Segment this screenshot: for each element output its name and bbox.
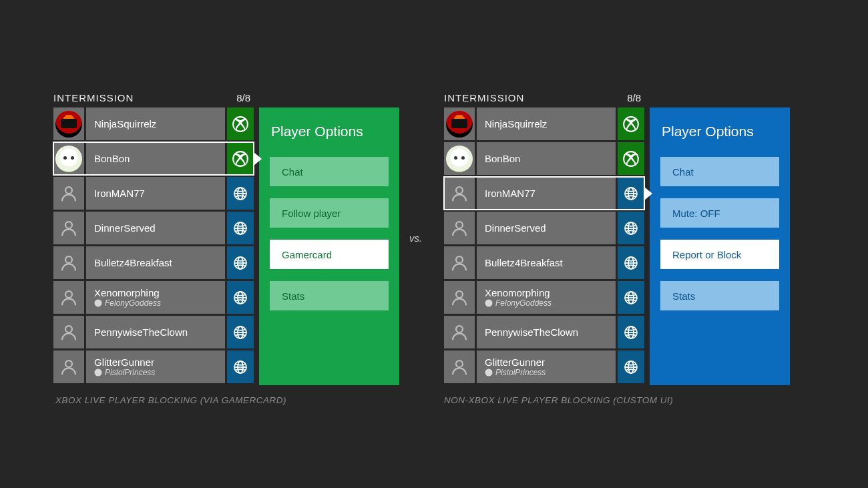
player-name: NinjaSquirrelz bbox=[94, 118, 217, 130]
xbox-mini-icon bbox=[485, 369, 493, 377]
player-name-cell: GlitterGunnerPistolPrincess bbox=[86, 350, 225, 383]
svg-point-52 bbox=[485, 369, 493, 377]
player-name: Xenomorphing bbox=[94, 287, 217, 298]
player-options-panel: Player Options ChatMute: OFFReport or Bl… bbox=[650, 107, 790, 385]
player-avatar bbox=[444, 316, 475, 348]
vs-label: vs. bbox=[409, 232, 422, 244]
player-subname: FelonyGoddess bbox=[485, 298, 608, 308]
player-avatar bbox=[53, 350, 84, 383]
player-name-cell: Bulletz4Breakfast bbox=[477, 246, 616, 279]
player-row[interactable]: GlitterGunnerPistolPrincess bbox=[444, 350, 644, 383]
xbox-network-icon bbox=[227, 142, 254, 175]
player-name-cell: NinjaSquirrelz bbox=[477, 107, 616, 140]
player-name: PennywiseTheClown bbox=[94, 326, 217, 338]
player-avatar bbox=[53, 177, 84, 210]
globe-network-icon bbox=[227, 177, 254, 210]
option-button[interactable]: Chat bbox=[270, 157, 389, 186]
player-subname: PistolPrincess bbox=[94, 368, 217, 377]
globe-network-icon bbox=[618, 177, 644, 210]
svg-point-6 bbox=[65, 222, 72, 228]
player-name: IronMAN77 bbox=[485, 188, 608, 199]
player-name: BonBon bbox=[485, 153, 608, 164]
globe-network-icon bbox=[227, 281, 254, 314]
svg-point-38 bbox=[456, 256, 463, 263]
option-button[interactable]: Report or Block bbox=[660, 240, 779, 269]
player-avatar bbox=[53, 246, 84, 279]
globe-network-icon bbox=[618, 350, 644, 383]
xbox-network-icon bbox=[227, 107, 254, 140]
option-button[interactable]: Stats bbox=[660, 281, 779, 310]
options-title: Player Options bbox=[271, 124, 387, 140]
player-name: BonBon bbox=[94, 153, 217, 164]
player-name-cell: BonBon bbox=[477, 142, 616, 175]
player-avatar bbox=[444, 246, 475, 279]
svg-point-34 bbox=[456, 222, 463, 228]
player-name: Xenomorphing bbox=[485, 287, 608, 298]
player-count: 8/8 bbox=[236, 92, 250, 103]
svg-point-30 bbox=[456, 187, 463, 194]
player-avatar bbox=[444, 350, 475, 383]
player-row[interactable]: NinjaSquirrelz bbox=[444, 107, 644, 140]
player-name: Bulletz4Breakfast bbox=[94, 257, 217, 268]
player-avatar bbox=[444, 177, 475, 210]
player-name: GlitterGunner bbox=[485, 356, 608, 368]
player-avatar bbox=[53, 212, 84, 244]
player-avatar bbox=[444, 281, 475, 314]
player-subname: PistolPrincess bbox=[485, 368, 608, 377]
player-row[interactable]: IronMAN77 bbox=[53, 177, 254, 210]
player-avatar bbox=[444, 107, 475, 140]
caption-left: XBOX LIVE PLAYER BLOCKING (VIA GAMERCARD… bbox=[55, 395, 286, 405]
svg-point-24 bbox=[95, 369, 102, 377]
player-row[interactable]: Bulletz4Breakfast bbox=[53, 246, 254, 279]
player-name-cell: PennywiseTheClown bbox=[86, 316, 225, 348]
svg-point-10 bbox=[65, 256, 72, 263]
player-list: NinjaSquirrelzBonBonIronMAN77DinnerServe… bbox=[444, 107, 644, 385]
xbox-network-icon bbox=[618, 107, 644, 140]
xbox-mini-icon bbox=[94, 369, 102, 377]
panel-custom-ui: INTERMISSION 8/8 NinjaSquirrelzBonBonIro… bbox=[444, 92, 791, 385]
svg-point-23 bbox=[65, 360, 72, 367]
player-row[interactable]: PennywiseTheClown bbox=[53, 316, 254, 348]
globe-network-icon bbox=[227, 350, 254, 383]
player-options-panel: Player Options ChatFollow playerGamercar… bbox=[259, 107, 399, 385]
svg-point-2 bbox=[65, 187, 72, 194]
player-name: PennywiseTheClown bbox=[485, 326, 608, 338]
option-button[interactable]: Follow player bbox=[270, 198, 389, 228]
player-row[interactable]: Bulletz4Breakfast bbox=[444, 246, 644, 279]
player-row[interactable]: GlitterGunnerPistolPrincess bbox=[53, 350, 254, 383]
player-name-cell: PennywiseTheClown bbox=[477, 316, 616, 348]
player-name-cell: DinnerServed bbox=[86, 212, 225, 244]
player-row[interactable]: NinjaSquirrelz bbox=[53, 107, 254, 140]
svg-point-43 bbox=[485, 300, 493, 307]
player-subname: FelonyGoddess bbox=[94, 298, 217, 308]
xbox-mini-icon bbox=[485, 299, 493, 307]
option-button[interactable]: Mute: OFF bbox=[660, 198, 779, 228]
player-avatar bbox=[53, 107, 84, 140]
player-list: NinjaSquirrelzBonBonIronMAN77DinnerServe… bbox=[53, 107, 254, 385]
panel-xbox-live: INTERMISSION 8/8 NinjaSquirrelzBonBonIro… bbox=[53, 92, 401, 385]
xbox-network-icon bbox=[618, 142, 644, 175]
player-name-cell: IronMAN77 bbox=[86, 177, 225, 210]
player-row[interactable]: BonBon bbox=[53, 142, 254, 175]
player-name: GlitterGunner bbox=[94, 356, 217, 368]
globe-network-icon bbox=[618, 246, 644, 279]
player-row[interactable]: XenomorphingFelonyGoddess bbox=[53, 281, 254, 314]
player-row[interactable]: IronMAN77 bbox=[444, 177, 644, 210]
option-button[interactable]: Gamercard bbox=[270, 240, 389, 269]
player-name: NinjaSquirrelz bbox=[485, 118, 608, 130]
caption-right: NON-XBOX LIVE PLAYER BLOCKING (CUSTOM UI… bbox=[444, 395, 673, 405]
player-avatar bbox=[444, 142, 475, 175]
player-name-cell: NinjaSquirrelz bbox=[86, 107, 225, 140]
options-title: Player Options bbox=[662, 124, 778, 140]
svg-point-47 bbox=[456, 326, 463, 332]
player-row[interactable]: DinnerServed bbox=[53, 212, 254, 244]
player-avatar bbox=[53, 281, 84, 314]
player-row[interactable]: PennywiseTheClown bbox=[444, 316, 644, 348]
option-button[interactable]: Chat bbox=[660, 157, 779, 186]
player-row[interactable]: BonBon bbox=[444, 142, 644, 175]
player-row[interactable]: DinnerServed bbox=[444, 212, 644, 244]
player-row[interactable]: XenomorphingFelonyGoddess bbox=[444, 281, 644, 314]
svg-point-42 bbox=[456, 291, 463, 298]
option-button[interactable]: Stats bbox=[270, 281, 389, 310]
player-name-cell: GlitterGunnerPistolPrincess bbox=[477, 350, 616, 383]
